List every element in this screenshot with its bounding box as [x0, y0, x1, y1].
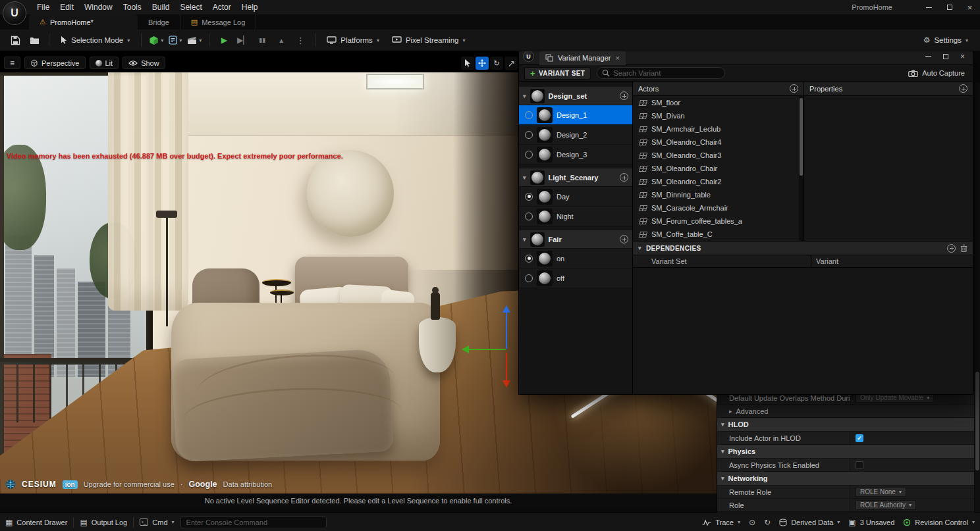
- add-variant-icon[interactable]: [620, 91, 628, 100]
- maximize-button[interactable]: [939, 0, 960, 14]
- async-physics-checkbox[interactable]: [856, 461, 863, 469]
- scale-tool-button[interactable]: [504, 57, 518, 70]
- remote-role-dropdown[interactable]: ROLE None▾: [856, 487, 906, 497]
- pixel-streaming-dropdown[interactable]: Pixel Streaming ▾: [387, 32, 471, 48]
- variant-radio[interactable]: [525, 255, 533, 263]
- close-button[interactable]: ×: [960, 0, 980, 14]
- tab-bridge[interactable]: Bridge: [138, 14, 180, 30]
- actor-row[interactable]: SM_Oleandro_Chair4: [633, 136, 803, 149]
- output-log-button[interactable]: ▤ Output Log: [80, 518, 127, 527]
- variant-day[interactable]: Day: [519, 187, 632, 207]
- actor-row[interactable]: SM_floor: [633, 96, 803, 109]
- revision-control-dropdown[interactable]: Revision Control ▾: [903, 518, 975, 526]
- auto-capture-toggle[interactable]: Auto Capture: [908, 69, 967, 77]
- viewport-options-button[interactable]: ≡: [4, 57, 20, 69]
- actor-row[interactable]: SM_Coffe_table_C: [633, 228, 803, 241]
- variant-design-3[interactable]: Design_3: [519, 145, 632, 164]
- actor-row[interactable]: SM_Caracole_Armchair: [633, 201, 803, 215]
- menu-select[interactable]: Select: [175, 1, 207, 14]
- cinematics-button[interactable]: ▾: [186, 32, 203, 48]
- variant-on[interactable]: on: [519, 249, 632, 268]
- derived-data-dropdown[interactable]: Derived Data ▾: [779, 518, 840, 526]
- variant-search-input[interactable]: [613, 69, 720, 77]
- advanced-expander[interactable]: ▸ Advanced: [717, 405, 974, 418]
- scrollbar-thumb[interactable]: [800, 98, 803, 176]
- scrollbar-thumb[interactable]: [975, 372, 979, 470]
- actor-row[interactable]: SM_Forum_coffee_tables_a: [633, 215, 803, 228]
- upgrade-link[interactable]: Upgrade for commercial use: [84, 480, 175, 488]
- platforms-dropdown[interactable]: Platforms ▾: [321, 32, 385, 48]
- skip-frame-button[interactable]: ▶▏: [234, 32, 252, 48]
- actor-row[interactable]: SM_Armchair_Leclub: [633, 122, 803, 136]
- cmd-dropdown[interactable]: ›_ Cmd ▾: [140, 518, 174, 526]
- minimize-button[interactable]: [919, 0, 939, 14]
- trace-dropdown[interactable]: Trace ▾: [702, 518, 740, 526]
- cesium-logo-text[interactable]: CESIUM: [22, 480, 57, 489]
- collapse-arrow-icon[interactable]: ▾: [523, 93, 526, 99]
- actor-row[interactable]: SM_Oleandro_Chair3: [633, 149, 803, 162]
- variant-radio[interactable]: [525, 213, 533, 220]
- variant-set-light-scenary[interactable]: ▾ Light_Scenary: [519, 168, 632, 187]
- show-flags-button[interactable]: Show: [122, 57, 165, 69]
- cesium-ion-badge[interactable]: ion: [63, 480, 78, 489]
- selection-mode-dropdown[interactable]: Selection Mode ▾: [55, 32, 135, 48]
- variant-radio[interactable]: [525, 274, 533, 282]
- menu-file[interactable]: File: [32, 1, 55, 14]
- variant-design-2[interactable]: Design_2: [519, 125, 632, 145]
- close-tab-icon[interactable]: ×: [616, 54, 620, 62]
- move-tool-button[interactable]: [476, 57, 489, 70]
- dependencies-header[interactable]: ▾ DEPENDENCIES: [633, 241, 973, 255]
- tab-promohome[interactable]: ⚠ PromoHome*: [29, 14, 138, 30]
- gizmo-z-axis[interactable]: [506, 312, 507, 349]
- actor-row[interactable]: SM_Dinning_table: [633, 188, 803, 201]
- add-dependency-icon[interactable]: [947, 244, 956, 253]
- browse-content-button[interactable]: [26, 32, 43, 48]
- lit-mode-button[interactable]: Lit: [90, 57, 119, 69]
- variant-radio[interactable]: [525, 111, 533, 119]
- actors-scrollbar[interactable]: [799, 96, 803, 241]
- gizmo-x-arrowhead[interactable]: [503, 380, 510, 388]
- networking-category[interactable]: ▾ Networking: [717, 472, 974, 486]
- variant-set-design[interactable]: ▾ Design_set: [519, 87, 632, 105]
- add-property-icon[interactable]: [959, 84, 967, 93]
- menu-tools[interactable]: Tools: [118, 1, 147, 14]
- target-status-icon[interactable]: ⊙: [749, 518, 755, 527]
- variant-manager-tab[interactable]: Variant Manager ×: [539, 51, 626, 65]
- include-actor-hlod-checkbox[interactable]: ✓: [856, 434, 863, 442]
- variant-night[interactable]: Night: [519, 207, 632, 226]
- content-drawer-button[interactable]: ▦ Content Drawer: [5, 518, 67, 527]
- close-window-button[interactable]: ×: [960, 52, 965, 61]
- tab-message-log[interactable]: ▤ Message Log: [180, 14, 256, 30]
- console-command-input[interactable]: [180, 517, 327, 528]
- hlod-category[interactable]: ▾ HLOD: [717, 418, 974, 432]
- unsaved-button[interactable]: ▣ 3 Unsaved: [848, 518, 894, 527]
- menu-edit[interactable]: Edit: [55, 1, 79, 14]
- variant-search-field[interactable]: [597, 67, 725, 79]
- pause-button[interactable]: ▮▮: [254, 32, 271, 48]
- unreal-logo[interactable]: U: [3, 1, 26, 25]
- menu-window[interactable]: Window: [79, 1, 118, 14]
- actor-row[interactable]: SM_Oleandro_Chair2: [633, 175, 803, 188]
- actor-row[interactable]: SM_Oleandro_Chair: [633, 162, 803, 175]
- gizmo-y-arrowhead[interactable]: [462, 345, 469, 353]
- play-button[interactable]: ▶: [215, 32, 232, 48]
- menu-build[interactable]: Build: [147, 1, 175, 14]
- role-dropdown[interactable]: ROLE Authority▾: [856, 500, 916, 510]
- add-actor-icon[interactable]: [790, 84, 798, 93]
- menu-actor[interactable]: Actor: [207, 1, 236, 14]
- collapse-arrow-icon[interactable]: ▾: [523, 236, 526, 243]
- menu-help[interactable]: Help: [236, 1, 263, 14]
- play-options-kebab[interactable]: ⋮: [292, 32, 309, 48]
- sync-status-icon[interactable]: ↻: [764, 518, 771, 527]
- gizmo-y-axis[interactable]: [469, 349, 506, 350]
- variant-design-1[interactable]: Design_1: [519, 105, 632, 125]
- add-variant-icon[interactable]: [620, 173, 628, 182]
- collapse-arrow-icon[interactable]: ▾: [638, 245, 641, 251]
- blueprints-button[interactable]: ▾: [167, 32, 184, 48]
- variant-radio[interactable]: [525, 131, 533, 139]
- add-actor-button[interactable]: ▾: [148, 32, 165, 48]
- eject-button[interactable]: ▲: [273, 32, 290, 48]
- actor-row[interactable]: SM_Divan: [633, 109, 803, 122]
- collapse-arrow-icon[interactable]: ▾: [523, 174, 526, 181]
- details-scrollbar[interactable]: [975, 82, 980, 513]
